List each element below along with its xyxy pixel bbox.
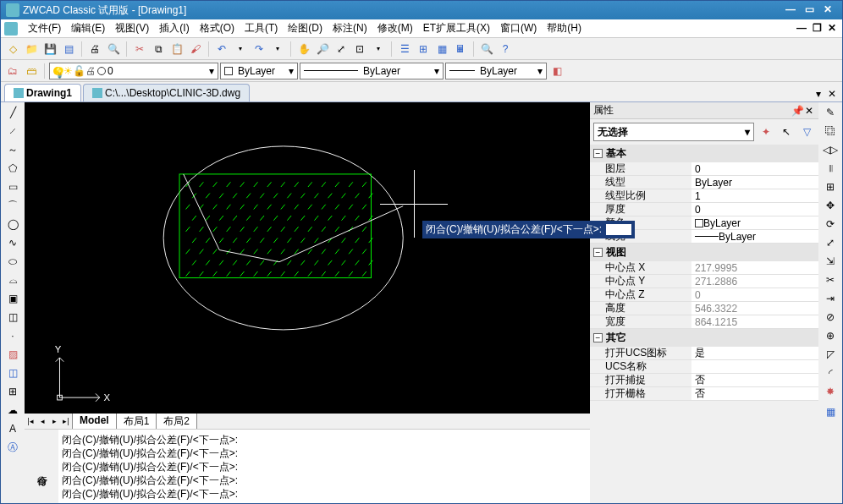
color-control[interactable]: ByLayer ▾ [220, 63, 298, 79]
preview-button[interactable]: 🔍 [105, 41, 122, 58]
explode-tool[interactable]: ✸ [822, 383, 839, 400]
block-tool[interactable]: ◫ [4, 309, 21, 326]
trim-tool[interactable]: ✂ [822, 271, 839, 288]
prop-row[interactable]: 打开捕捉否 [590, 374, 818, 387]
text-tool[interactable]: A [4, 420, 21, 437]
quick-select-button[interactable]: ▽ [798, 123, 815, 140]
rotate-tool[interactable]: ⟳ [822, 216, 839, 233]
fillet-tool[interactable]: ◜ [822, 364, 839, 381]
prop-row[interactable]: UCS名称 [590, 360, 818, 374]
offset-tool[interactable]: ⫴ [822, 160, 839, 177]
prop-row[interactable]: 线型ByLayer [590, 176, 818, 189]
erase-tool[interactable]: ✎ [822, 104, 839, 121]
polygon-tool[interactable]: ⬠ [4, 160, 21, 177]
minimize-button[interactable]: — [781, 3, 800, 17]
menu-ET扩展工具[interactable]: ET扩展工具(X) [418, 20, 495, 36]
prop-row[interactable]: 打开UCS图标是 [590, 347, 818, 360]
revcloud-tool[interactable]: ☁ [4, 402, 21, 419]
doc-tab[interactable]: C:\...\Desktop\CLINIC-3D.dwg [83, 84, 250, 101]
find-button[interactable]: 🔍 [478, 41, 495, 58]
menu-格式[interactable]: 格式(O) [195, 20, 240, 36]
open-button[interactable]: 📁 [23, 41, 40, 58]
drawing-canvas[interactable]: X Y 闭合(C)/撤销(U)/拟合公差(F)/<下一点>: [25, 102, 590, 414]
prop-group[interactable]: −视图 [590, 244, 818, 261]
spline-tool[interactable]: ∿ [4, 234, 21, 251]
zoomext-button[interactable]: ⤢ [333, 41, 350, 58]
menu-帮助[interactable]: 帮助(H) [542, 20, 587, 36]
prop-row[interactable]: 图层0 [590, 162, 818, 176]
ellipsearc-tool[interactable]: ⌓ [4, 271, 21, 288]
table-tool[interactable]: ⊞ [4, 383, 21, 400]
menu-视图[interactable]: 视图(V) [110, 20, 154, 36]
hatch-tool[interactable]: ▨ [4, 346, 21, 363]
layout-tab[interactable]: 布局2 [157, 413, 197, 430]
designcenter-button[interactable]: ⊞ [415, 41, 432, 58]
collapse-icon[interactable]: − [593, 248, 603, 257]
layout-tab[interactable]: 布局1 [117, 413, 157, 430]
props-button[interactable]: ☰ [396, 41, 413, 58]
line-tool[interactable]: ╱ [4, 104, 21, 121]
prop-row[interactable]: 高度546.3322 [590, 302, 818, 315]
new-button[interactable]: ◇ [4, 41, 21, 58]
pline-tool[interactable]: ～ [4, 141, 21, 158]
mdi-minimize[interactable]: — [795, 23, 808, 35]
ellipse-tool[interactable]: ⬭ [4, 253, 21, 270]
redo-button[interactable]: ↷ [251, 41, 267, 58]
mdi-restore[interactable]: ❐ [810, 23, 824, 35]
region-tool[interactable]: ◫ [4, 364, 21, 381]
layout-last[interactable]: ▸| [60, 417, 72, 425]
circle-tool[interactable]: ◯ [4, 216, 21, 233]
redo-arrow[interactable]: ▾ [269, 41, 286, 58]
menu-标注[interactable]: 标注(N) [328, 20, 372, 36]
properties-grid[interactable]: −基本图层0线型ByLayer线型比例1厚度0颜色 ByLayer线宽 ByLa… [590, 145, 818, 504]
insert-tool[interactable]: ▣ [4, 290, 21, 307]
menu-窗口[interactable]: 窗口(W) [495, 20, 542, 36]
color-more-button[interactable]: ◧ [548, 63, 565, 79]
layout-tab[interactable]: Model [72, 413, 117, 430]
rectangle-tool[interactable]: ▭ [4, 178, 21, 195]
match-button[interactable]: 🖌 [187, 41, 204, 58]
layer-manager-button[interactable]: 🗂 [4, 63, 21, 79]
lineweight-control[interactable]: ByLayer ▾ [445, 63, 547, 79]
prop-row[interactable]: 宽度864.1215 [590, 315, 818, 329]
layout-prev[interactable]: ◂ [36, 417, 48, 425]
prop-row[interactable]: 中心点 Z0 [590, 288, 818, 302]
collapse-icon[interactable]: − [593, 333, 603, 342]
menu-编辑[interactable]: 编辑(E) [66, 20, 110, 36]
zoomwin-button[interactable]: ⊡ [351, 41, 368, 58]
prop-row[interactable]: 打开栅格否 [590, 387, 818, 401]
prop-group[interactable]: −基本 [590, 145, 818, 162]
prop-row[interactable]: 厚度0 [590, 203, 818, 216]
xline-tool[interactable]: ⟋ [4, 123, 21, 140]
doc-tab[interactable]: Drawing1 [4, 84, 81, 101]
plot-button[interactable]: 🖨 [86, 41, 103, 58]
object-type-select[interactable]: 无选择 ▾ [593, 123, 754, 141]
zoom-arrow[interactable]: ▾ [370, 41, 387, 58]
saveall-button[interactable]: ▤ [60, 41, 77, 58]
menu-文件[interactable]: 文件(F) [23, 20, 66, 36]
maximize-button[interactable]: ▭ [800, 3, 818, 17]
command-history[interactable]: 闭合(C)/撤销(U)/拟合公差(F)/<下一点>:闭合(C)/撤销(U)/拟合… [58, 430, 590, 504]
undo-button[interactable]: ↶ [213, 41, 230, 58]
point-tool[interactable]: · [4, 327, 21, 344]
chamfer-tool[interactable]: ◸ [822, 346, 839, 363]
menu-插入[interactable]: 插入(I) [154, 20, 194, 36]
prop-group[interactable]: −其它 [590, 329, 818, 347]
layout-next[interactable]: ▸ [48, 417, 60, 425]
help-button[interactable]: ? [497, 41, 514, 58]
save-button[interactable]: 💾 [41, 41, 58, 58]
mtext-tool[interactable]: Ⓐ [4, 439, 21, 456]
tab-list-button[interactable]: ▾ [812, 88, 825, 101]
mdi-close[interactable]: ✕ [825, 23, 839, 35]
tab-close-button[interactable]: ✕ [825, 88, 839, 101]
prop-row[interactable]: 中心点 Y271.2886 [590, 275, 818, 288]
menu-修改[interactable]: 修改(M) [372, 20, 418, 36]
close-button[interactable]: ✕ [818, 3, 837, 17]
collapse-icon[interactable]: − [593, 149, 603, 158]
join-tool[interactable]: ⊕ [822, 327, 839, 344]
prop-row[interactable]: 中心点 X217.9995 [590, 261, 818, 275]
arc-tool[interactable]: ⌒ [4, 197, 21, 214]
break-tool[interactable]: ⊘ [822, 309, 839, 326]
panel-close-button[interactable]: ✕ [803, 105, 815, 117]
extend-tool[interactable]: ⇥ [822, 290, 839, 307]
